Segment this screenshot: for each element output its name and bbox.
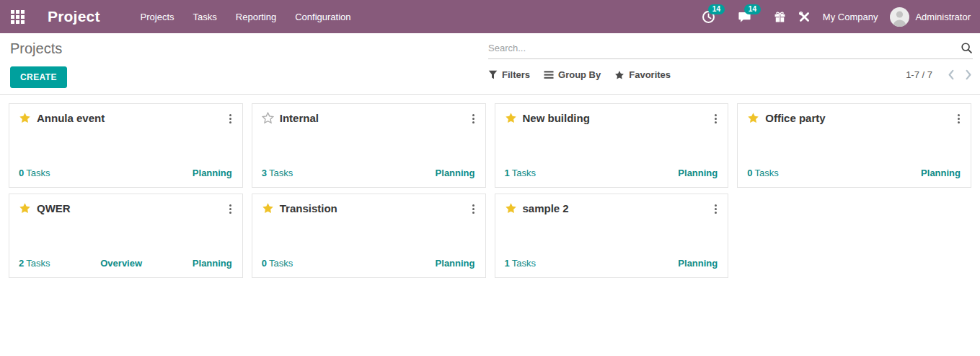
card-tasks-link[interactable]: 0Tasks <box>747 168 778 178</box>
tasks-count: 3 <box>262 168 267 178</box>
kebab-menu-icon[interactable] <box>228 113 233 125</box>
chevron-right-icon <box>965 69 973 80</box>
card-header: Transistion <box>262 202 475 214</box>
tools-button[interactable] <box>798 11 811 23</box>
filters-button[interactable]: Filters <box>488 69 530 80</box>
tasks-count: 1 <box>505 258 510 269</box>
group-by-label: Group By <box>558 69 601 80</box>
pager-next-button[interactable] <box>965 69 973 80</box>
card-title: New building <box>523 112 590 124</box>
card-stage-link[interactable]: Planning <box>436 258 475 269</box>
card-header: sample 2 <box>505 202 718 214</box>
card-title: Transistion <box>280 202 337 214</box>
user-name: Administrator <box>915 12 971 22</box>
card-footer: 3Tasks Planning <box>262 168 475 178</box>
project-card[interactable]: New building 1Tasks Planning <box>495 103 729 188</box>
favorites-label: Favorites <box>629 69 671 80</box>
card-stage-link[interactable]: Planning <box>921 168 961 178</box>
favorite-star-icon[interactable] <box>262 112 274 124</box>
tasks-label: Tasks <box>269 168 293 178</box>
navbar-systray: 14 14 <box>702 7 971 27</box>
card-stage-link[interactable]: Planning <box>678 168 718 178</box>
card-footer: 0Tasks Planning <box>262 258 475 269</box>
favorite-star-icon[interactable] <box>262 202 274 214</box>
card-stage-link[interactable]: Planning <box>436 168 475 178</box>
star-icon <box>614 70 624 80</box>
card-middle-link[interactable]: Overview <box>100 258 142 269</box>
group-by-button[interactable]: Group By <box>544 69 601 80</box>
gift-button[interactable] <box>774 11 786 23</box>
kebab-menu-icon[interactable] <box>471 203 476 215</box>
activities-button[interactable]: 14 <box>702 10 715 24</box>
filter-row: Filters Group By Favorites <box>488 69 973 80</box>
control-panel-left: Projects CREATE <box>10 39 67 88</box>
tasks-label: Tasks <box>26 258 50 269</box>
chevron-left-icon <box>947 69 955 80</box>
search-input[interactable] <box>488 43 961 53</box>
favorites-button[interactable]: Favorites <box>614 69 671 80</box>
control-panel-right: Filters Group By Favorites <box>488 39 973 80</box>
tasks-count: 2 <box>19 258 24 269</box>
filters-label: Filters <box>502 69 530 80</box>
page: Project Projects Tasks Reporting Configu… <box>0 0 980 287</box>
card-footer: 0Tasks Planning <box>747 168 961 178</box>
card-tasks-link[interactable]: 1Tasks <box>505 258 536 269</box>
project-card[interactable]: QWER 2Tasks Overview Planning <box>9 194 243 278</box>
card-stage-link[interactable]: Planning <box>193 258 232 269</box>
funnel-icon <box>488 70 498 79</box>
card-footer: 1Tasks Planning <box>505 168 718 178</box>
menu-item-reporting[interactable]: Reporting <box>234 9 278 25</box>
pager-prev-button[interactable] <box>947 69 955 80</box>
card-tasks-link[interactable]: 3Tasks <box>262 168 293 178</box>
tasks-label: Tasks <box>754 168 778 178</box>
app-brand: Project <box>48 8 100 25</box>
card-title: QWER <box>37 202 71 214</box>
favorite-star-icon[interactable] <box>747 112 759 124</box>
project-card[interactable]: Transistion 0Tasks Planning <box>252 194 486 278</box>
project-card[interactable]: Annula event 0Tasks Planning <box>9 103 243 188</box>
control-panel: Projects CREATE Filters <box>0 33 980 95</box>
favorite-star-icon[interactable] <box>19 112 31 124</box>
create-button[interactable]: CREATE <box>10 66 67 88</box>
kanban-grid: Annula event 0Tasks Planning Internal 3T… <box>0 95 980 287</box>
messages-button[interactable]: 14 <box>738 10 751 24</box>
project-card[interactable]: sample 2 1Tasks Planning <box>495 194 729 278</box>
card-tasks-link[interactable]: 0Tasks <box>262 258 293 269</box>
favorite-star-icon[interactable] <box>505 112 517 124</box>
menu-item-configuration[interactable]: Configuration <box>293 9 352 25</box>
project-card[interactable]: Internal 3Tasks Planning <box>252 103 486 188</box>
kebab-menu-icon[interactable] <box>713 203 718 215</box>
kebab-menu-icon[interactable] <box>956 113 961 125</box>
project-card[interactable]: Office party 0Tasks Planning <box>737 103 971 188</box>
card-header: Internal <box>262 112 475 124</box>
pager: 1-7 / 7 <box>906 69 973 80</box>
gift-icon <box>774 11 786 23</box>
card-stage-link[interactable]: Planning <box>193 168 232 178</box>
kebab-menu-icon[interactable] <box>228 203 233 215</box>
tasks-label: Tasks <box>26 168 50 178</box>
favorite-star-icon[interactable] <box>19 202 31 214</box>
user-menu[interactable]: Administrator <box>890 7 971 27</box>
activities-badge: 14 <box>708 4 725 14</box>
card-footer: 2Tasks Overview Planning <box>19 258 232 269</box>
avatar <box>890 7 909 27</box>
card-tasks-link[interactable]: 2Tasks <box>19 258 50 269</box>
card-title: sample 2 <box>523 202 569 214</box>
card-header: Office party <box>747 112 961 124</box>
company-switcher[interactable]: My Company <box>823 12 878 22</box>
tasks-count: 0 <box>747 168 752 178</box>
kebab-menu-icon[interactable] <box>713 113 718 125</box>
top-navbar: Project Projects Tasks Reporting Configu… <box>0 0 980 33</box>
kebab-menu-icon[interactable] <box>471 113 476 125</box>
tasks-label: Tasks <box>269 258 293 269</box>
card-footer: 1Tasks Planning <box>505 258 718 269</box>
card-title: Internal <box>280 112 319 124</box>
card-stage-link[interactable]: Planning <box>678 258 718 269</box>
favorite-star-icon[interactable] <box>505 202 517 214</box>
apps-menu-button[interactable] <box>9 9 26 25</box>
menu-item-tasks[interactable]: Tasks <box>192 9 218 25</box>
menu-item-projects[interactable]: Projects <box>139 9 176 25</box>
search-icon[interactable] <box>961 42 973 54</box>
card-tasks-link[interactable]: 1Tasks <box>505 168 536 178</box>
card-tasks-link[interactable]: 0Tasks <box>19 168 50 178</box>
